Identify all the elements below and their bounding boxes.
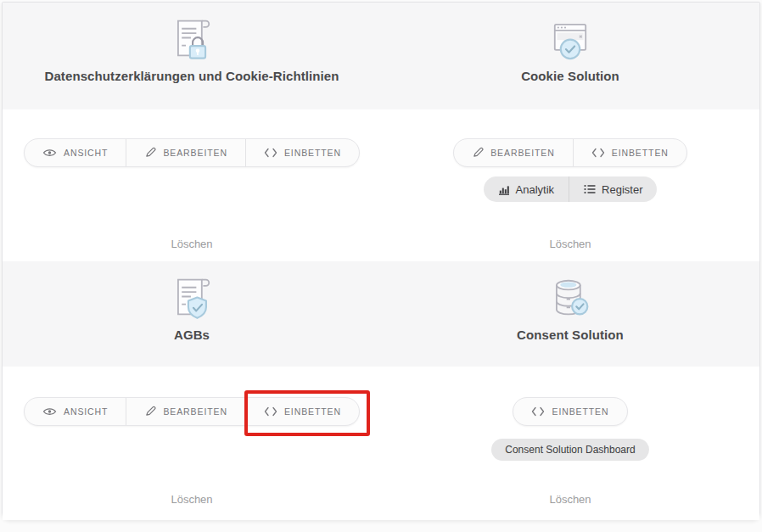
button-label: EINBETTEN [612,148,669,158]
code-icon [531,406,545,417]
privacy-view-button[interactable]: ANSICHT [25,139,126,166]
agb-delete-link[interactable]: Löschen [171,493,212,506]
cookie-embed-button[interactable]: EINBETTEN [573,139,686,166]
consent-delete-link[interactable]: Löschen [549,493,591,506]
agb-view-button[interactable]: ANSICHT [25,398,126,425]
tile-title: Datenschutzerklärungen und Cookie-Richtl… [44,69,339,83]
actions-row-2: ANSICHT BEARBEITEN EINBETTEN Löschen [3,367,759,520]
code-icon [264,148,277,158]
list-icon [584,184,596,194]
button-label: ANSICHT [64,406,108,417]
privacy-delete-link[interactable]: Löschen [171,238,212,250]
consent-dashboard-button[interactable]: Consent Solution Dashboard [491,439,648,461]
privacy-button-group: ANSICHT BEARBEITEN EINBETTEN [24,138,360,167]
button-label: Register [602,183,642,196]
consent-embed-button[interactable]: EINBETTEN [513,398,626,425]
button-label: Analytik [516,183,555,196]
code-icon [591,148,605,158]
tile-title: Cookie Solution [521,69,619,83]
cookie-edit-button[interactable]: BEARBEITEN [454,139,573,166]
button-label: ANSICHT [64,148,108,158]
code-icon [264,406,277,417]
document-shield-icon [166,271,217,323]
tiles-row-1: Datenschutzerklärungen und Cookie-Richtl… [3,3,759,109]
cookie-secondary-group: Analytik Register [484,176,658,202]
document-lock-icon [166,12,217,64]
pencil-icon [144,147,156,159]
button-label: EINBETTEN [284,148,341,158]
tile-agb: AGBs [3,261,381,367]
cookie-delete-link[interactable]: Löschen [549,238,591,250]
consent-actions: EINBETTEN Consent Solution Dashboard Lös… [381,367,759,520]
cookie-solution-actions: BEARBEITEN EINBETTEN [381,109,759,261]
browser-cookie-check-icon [545,12,596,64]
pencil-icon [472,147,484,159]
tile-title: AGBs [174,328,210,342]
agb-edit-button[interactable]: BEARBEITEN [126,398,245,425]
actions-row-1: ANSICHT BEARBEITEN EINBETTEN Löschen [3,109,759,261]
bar-chart-icon [498,184,510,195]
eye-icon [42,406,57,417]
cookie-analytics-button[interactable]: Analytik [484,176,569,202]
tile-consent-solution: Consent Solution [381,261,759,367]
tile-privacy-policies: Datenschutzerklärungen und Cookie-Richtl… [3,3,381,109]
agb-actions: ANSICHT BEARBEITEN EINBETTEN Löschen [3,367,381,520]
cookie-button-group: BEARBEITEN EINBETTEN [453,138,687,167]
button-label: EINBETTEN [552,406,608,417]
privacy-edit-button[interactable]: BEARBEITEN [126,139,245,166]
pencil-icon [144,406,156,417]
database-check-icon [545,271,596,323]
button-label: BEARBEITEN [490,148,555,158]
agb-embed-button[interactable]: EINBETTEN [245,398,359,425]
tile-title: Consent Solution [517,328,624,342]
privacy-embed-button[interactable]: EINBETTEN [245,139,359,166]
tiles-row-2: AGBs Consent Solution [3,261,759,367]
documents-panel: Datenschutzerklärungen und Cookie-Richtl… [2,2,760,520]
button-label: BEARBEITEN [163,148,227,158]
button-label: BEARBEITEN [163,406,227,417]
tile-cookie-solution: Cookie Solution [381,3,759,109]
button-label: EINBETTEN [284,406,341,417]
agb-button-group: ANSICHT BEARBEITEN EINBETTEN [24,397,360,426]
consent-button-group: EINBETTEN [513,397,627,426]
privacy-actions: ANSICHT BEARBEITEN EINBETTEN Löschen [3,109,381,261]
eye-icon [42,148,57,158]
cookie-register-button[interactable]: Register [569,176,657,202]
